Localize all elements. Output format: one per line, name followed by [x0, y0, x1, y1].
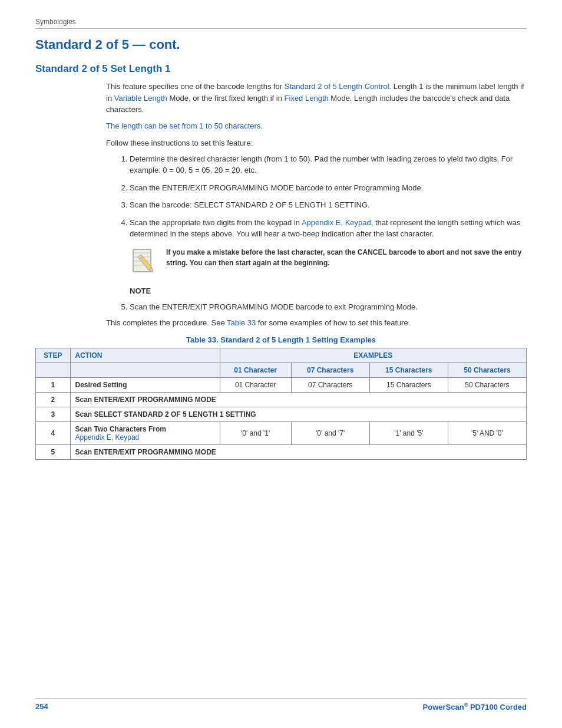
completes-link[interactable]: Table 33 — [227, 318, 256, 327]
pencil-notepad-icon — [130, 247, 159, 279]
sub-action — [70, 363, 220, 378]
table-row: 5 Scan ENTER/EXIT PROGRAMMING MODE — [36, 445, 527, 460]
note-text-block: If you make a mistake before the last ch… — [166, 247, 527, 268]
row1-ex3: 15 Characters — [369, 378, 448, 393]
sub-step — [36, 363, 71, 378]
table-row: 4 Scan Two Characters From Appendix E, K… — [36, 422, 527, 445]
footer-model: PD7100 Corded — [468, 703, 527, 711]
row5-action: Scan ENTER/EXIT PROGRAMMING MODE — [70, 445, 527, 460]
footer: 254 PowerScan® PD7100 Corded — [35, 698, 527, 711]
col-examples: EXAMPLES — [220, 348, 526, 363]
page-container: Symbologies Standard 2 of 5 — cont. Stan… — [0, 0, 562, 728]
step-5-text: Scan the ENTER/EXIT PROGRAMMING MODE bar… — [130, 302, 418, 311]
footer-brand: PowerScan® PD7100 Corded — [423, 702, 527, 711]
length-note: The length can be set from 1 to 50 chara… — [106, 121, 527, 130]
intro-text-before: This feature specifies one of the barcod… — [106, 82, 285, 91]
row1-ex1: 01 Character — [220, 378, 291, 393]
completes-text: This completes the procedure. See Table … — [106, 318, 527, 327]
step-3: Scan the barcode: SELECT STANDARD 2 OF 5… — [130, 199, 527, 211]
footer-brand-name: PowerScan — [423, 703, 464, 711]
col-action: ACTION — [70, 348, 220, 363]
step-3-text: Scan the barcode: SELECT STANDARD 2 OF 5… — [130, 200, 370, 209]
follow-text: Follow these instructions to set this fe… — [106, 139, 527, 147]
page-title: Standard 2 of 5 — cont. — [35, 37, 527, 52]
sub-ex2: 07 Characters — [291, 363, 369, 378]
appendix-link[interactable]: Appendix E, Keypad — [75, 433, 140, 442]
step-4-link[interactable]: Appendix E, Keypad — [302, 218, 371, 227]
step-5: Scan the ENTER/EXIT PROGRAMMING MODE bar… — [130, 301, 527, 313]
note-box: If you make a mistake before the last ch… — [130, 247, 527, 279]
row2-action: Scan ENTER/EXIT PROGRAMMING MODE — [70, 393, 527, 407]
row1-action: Desired Setting — [70, 378, 220, 393]
intro-link1[interactable]: Standard 2 of 5 Length Control — [285, 82, 389, 91]
step-1: Determine the desired character length (… — [130, 153, 527, 176]
row1-ex2: 07 Characters — [291, 378, 369, 393]
intro-paragraph: This feature specifies one of the barcod… — [106, 81, 527, 116]
row4-ex3: '1' and '5' — [369, 422, 448, 445]
note-icon — [130, 247, 159, 279]
table-row: 2 Scan ENTER/EXIT PROGRAMMING MODE — [36, 393, 527, 407]
steps-list: Determine the desired character length (… — [130, 153, 527, 240]
sub-ex1: 01 Character — [220, 363, 291, 378]
table-row: 3 Scan SELECT STANDARD 2 OF 5 LENGTH 1 S… — [36, 407, 527, 422]
row5-step: 5 — [36, 445, 71, 460]
step-2: Scan the ENTER/EXIT PROGRAMMING MODE bar… — [130, 182, 527, 194]
note-text: If you make a mistake before the last ch… — [166, 247, 527, 268]
table-header-row: STEP ACTION EXAMPLES — [36, 348, 527, 363]
data-table: STEP ACTION EXAMPLES 01 Character 07 Cha… — [35, 348, 527, 460]
row3-step: 3 — [36, 407, 71, 422]
step-4: Scan the appropriate two digits from the… — [130, 217, 527, 240]
note-label: NOTE — [130, 286, 527, 295]
row3-action: Scan SELECT STANDARD 2 OF 5 LENGTH 1 SET… — [70, 407, 527, 422]
row4-ex4: '5' AND '0' — [448, 422, 526, 445]
step-1-text: Determine the desired character length (… — [130, 154, 513, 175]
sub-ex4: 50 Characters — [448, 363, 526, 378]
table-caption: Table 33. Standard 2 of 5 Length 1 Setti… — [35, 335, 527, 344]
section-title: Standard 2 of 5 Set Length 1 — [35, 63, 527, 75]
row1-ex4: 50 Characters — [448, 378, 526, 393]
table-subheader-row: 01 Character 07 Characters 15 Characters… — [36, 363, 527, 378]
intro-link3[interactable]: Fixed Length — [285, 94, 329, 103]
intro-link2[interactable]: Variable Length — [114, 94, 167, 103]
table-row: 1 Desired Setting 01 Character 07 Charac… — [36, 378, 527, 393]
completes-text-after: for some examples of how to set this fea… — [256, 318, 410, 327]
row4-step: 4 — [36, 422, 71, 445]
row4-ex2: '0' and '7' — [291, 422, 369, 445]
col-step: STEP — [36, 348, 71, 363]
steps-list-cont: Scan the ENTER/EXIT PROGRAMMING MODE bar… — [130, 301, 527, 313]
row2-step: 2 — [36, 393, 71, 407]
row4-action: Scan Two Characters From Appendix E, Key… — [70, 422, 220, 445]
step-4-text-before: Scan the appropriate two digits from the… — [130, 218, 302, 227]
footer-page-number: 254 — [35, 702, 48, 711]
row4-ex1: '0' and '1' — [220, 422, 291, 445]
step-2-text: Scan the ENTER/EXIT PROGRAMMING MODE bar… — [130, 183, 423, 192]
sub-ex3: 15 Characters — [369, 363, 448, 378]
breadcrumb: Symbologies — [35, 18, 527, 29]
row1-step: 1 — [36, 378, 71, 393]
completes-text-before: This completes the procedure. See — [106, 318, 227, 327]
intro-text-mid2: Mode, or the first fixed length if in — [167, 94, 285, 103]
